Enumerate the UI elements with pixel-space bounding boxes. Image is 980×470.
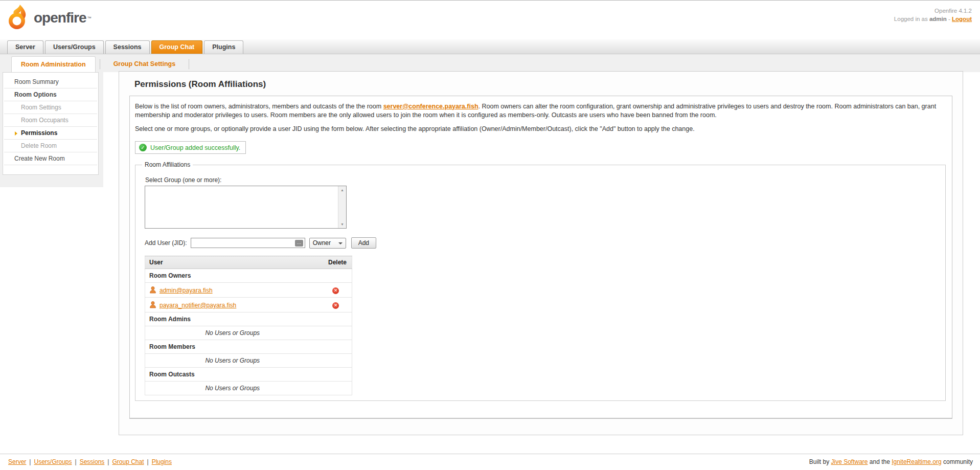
footer-credits: Built by Jive Software and the IgniteRea… xyxy=(809,458,973,470)
section-row-room-outcasts: Room Outcasts xyxy=(145,368,352,382)
scroll-up-icon[interactable]: ▲ xyxy=(338,186,346,194)
main-nav-bar: ServerUsers/GroupsSessionsGroup ChatPlug… xyxy=(0,39,980,54)
success-message: ✓ User/Group added successfully. xyxy=(135,141,246,154)
section-title: Room Members xyxy=(145,340,352,354)
scroll-down-icon[interactable]: ▼ xyxy=(338,220,346,228)
openfire-flame-icon xyxy=(7,4,30,32)
select-group-label: Select Group (one or more): xyxy=(145,176,945,184)
room-jid-link[interactable]: server@conference.payara.fish xyxy=(383,103,478,110)
listbox-scrollbar[interactable]: ▲ ▼ xyxy=(338,186,346,228)
delete-cell-empty xyxy=(320,326,352,340)
nav-tab-group-chat[interactable]: Group Chat xyxy=(151,40,203,54)
jive-software-link[interactable]: Jive Software xyxy=(831,458,868,465)
empty-row: No Users or Groups xyxy=(145,326,352,340)
user-row: payara_notifier@payara.fish✕ xyxy=(145,298,352,312)
delete-column-header: Delete xyxy=(320,256,352,269)
section-title: Room Owners xyxy=(145,269,352,283)
section-title: Room Outcasts xyxy=(145,368,352,382)
footer-nav-links: Server|Users/Groups|Sessions|Group Chat|… xyxy=(8,458,172,470)
empty-label: No Users or Groups xyxy=(145,354,320,368)
login-status: Logged in as admin - Logout xyxy=(894,15,972,23)
logo-wordmark: openfire xyxy=(34,10,86,26)
subnav-bar: Room AdministrationGroup Chat Settings xyxy=(11,56,193,72)
section-row-room-owners: Room Owners xyxy=(145,269,352,283)
room-affiliations-fieldset: Room Affiliations Select Group (one or m… xyxy=(135,161,946,401)
empty-row: No Users or Groups xyxy=(145,354,352,368)
delete-cell-empty xyxy=(320,382,352,395)
nav-tab-users-groups[interactable]: Users/Groups xyxy=(45,40,104,54)
content-panel: Permissions (Room Affiliations) Below is… xyxy=(119,71,963,435)
description-paragraph-1: Below is the list of room owners, admini… xyxy=(135,102,946,120)
chevron-down-icon xyxy=(338,242,343,244)
footer-link-sessions[interactable]: Sessions xyxy=(80,458,105,465)
sidebar-item-delete-room[interactable]: Delete Room xyxy=(4,140,97,152)
footer-separator: | xyxy=(75,458,77,465)
empty-label: No Users or Groups xyxy=(145,326,320,340)
nav-tab-sessions[interactable]: Sessions xyxy=(105,40,150,54)
nav-tab-server[interactable]: Server xyxy=(7,40,43,54)
affiliation-select[interactable]: Owner xyxy=(309,238,346,249)
add-user-label: Add User (JID): xyxy=(145,239,187,247)
add-button[interactable]: Add xyxy=(351,237,376,249)
nav-tab-plugins[interactable]: Plugins xyxy=(204,40,243,54)
subnav-separator xyxy=(189,59,189,69)
sidebar-item-room-settings[interactable]: Room Settings xyxy=(4,101,97,114)
user-row: admin@payara.fish✕ xyxy=(145,283,352,298)
logged-in-user: admin xyxy=(929,16,947,22)
logout-link[interactable]: Logout xyxy=(952,16,972,22)
page-footer: Server|Users/Groups|Sessions|Group Chat|… xyxy=(0,454,980,470)
affiliations-table: User Delete Room Ownersadmin@payara.fish… xyxy=(145,256,352,395)
fieldset-legend: Room Affiliations xyxy=(142,161,193,168)
sidebar-item-room-options[interactable]: Room Options xyxy=(4,88,97,101)
empty-label: No Users or Groups xyxy=(145,382,320,395)
page-title: Permissions (Room Affiliations) xyxy=(134,79,963,89)
footer-separator: | xyxy=(147,458,149,465)
sidebar-item-room-occupants[interactable]: Room Occupants xyxy=(4,114,97,127)
user-jid-link[interactable]: payara_notifier@payara.fish xyxy=(159,302,236,309)
sidebar-menu: Room SummaryRoom OptionsRoom SettingsRoo… xyxy=(3,72,99,175)
footer-link-users-groups[interactable]: Users/Groups xyxy=(34,458,72,465)
user-icon xyxy=(149,287,156,294)
section-row-room-admins: Room Admins xyxy=(145,312,352,326)
description-paragraph-2: Select one or more groups, or optionally… xyxy=(135,125,946,133)
footer-link-server[interactable]: Server xyxy=(8,458,26,465)
group-multiselect[interactable]: ▲ ▼ xyxy=(145,186,347,229)
igniterealtime-link[interactable]: IgniteRealtime.org xyxy=(892,458,941,465)
jid-input[interactable] xyxy=(191,238,305,248)
user-browser-icon[interactable]: … xyxy=(295,240,303,247)
subnav-tab-room-administration[interactable]: Room Administration xyxy=(11,56,96,72)
sidebar-item-create-new-room[interactable]: Create New Room xyxy=(4,152,97,165)
app-header: openfire ™ Openfire 4.1.2 Logged in as a… xyxy=(0,1,980,39)
sidebar-item-room-summary[interactable]: Room Summary xyxy=(4,76,97,88)
logo-trademark: ™ xyxy=(87,16,91,20)
user-icon xyxy=(149,302,156,309)
delete-cell-empty xyxy=(320,354,352,368)
delete-user-icon[interactable]: ✕ xyxy=(332,287,339,294)
footer-link-plugins[interactable]: Plugins xyxy=(152,458,172,465)
success-check-icon: ✓ xyxy=(139,144,147,151)
empty-row: No Users or Groups xyxy=(145,382,352,395)
subnav-separator xyxy=(100,59,100,69)
section-title: Room Admins xyxy=(145,312,352,326)
footer-separator: | xyxy=(107,458,109,465)
footer-separator: | xyxy=(29,458,31,465)
user-jid-link[interactable]: admin@payara.fish xyxy=(159,287,213,294)
version-label: Openfire 4.1.2 xyxy=(894,7,972,15)
content-box: Below is the list of room owners, admini… xyxy=(129,96,952,419)
footer-link-group-chat[interactable]: Group Chat xyxy=(112,458,144,465)
sidebar-item-permissions[interactable]: Permissions xyxy=(4,127,97,140)
subnav-tab-group-chat-settings[interactable]: Group Chat Settings xyxy=(104,56,185,72)
openfire-logo: openfire ™ xyxy=(7,4,91,32)
section-row-room-members: Room Members xyxy=(145,340,352,354)
user-column-header: User xyxy=(145,256,320,269)
delete-user-icon[interactable]: ✕ xyxy=(332,302,339,309)
